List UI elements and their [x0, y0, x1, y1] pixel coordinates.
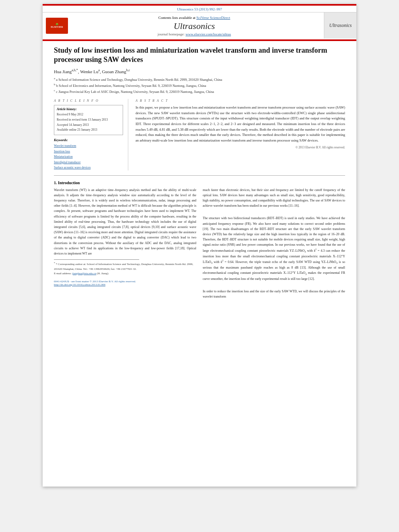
accepted-date: Accepted 14 January 2013: [57, 123, 120, 128]
revised-date: Received in revised form 13 January 2013: [57, 117, 120, 123]
affiliation-b: b b School of Electronics and Informatio…: [54, 82, 345, 88]
elsevier-logo-area: 🌳 ELSEVIER: [43, 12, 65, 39]
body-two-col: Wavelet transform (WT) is an adaptive ti…: [54, 187, 345, 300]
page: Ultrasonics 53 (2013) 992–997 🌳 ELSEVIER…: [43, 4, 356, 487]
journal-header: Ultrasonics 53 (2013) 992–997 🌳 ELSEVIER…: [43, 6, 356, 41]
keyword-5[interactable]: Surface acoustic wave devices: [54, 165, 123, 170]
abstract-heading: A B S T R A C T: [136, 99, 345, 103]
copyright-line: © 2013 Elsevier B.V. All rights reserved…: [136, 146, 345, 149]
footnote-star: * * Corresponding author at: School of I…: [54, 261, 196, 271]
intro-right-text-2: The structure with two bidirectional tra…: [203, 216, 345, 281]
doi-link[interactable]: http://dx.doi.org/10.1016/j.ultras.2013.…: [54, 283, 105, 286]
logo-text: Ultrasonics: [329, 23, 352, 29]
section-1-title: 1. Introduction: [54, 181, 345, 185]
abstract-column: A B S T R A C T In this paper, we propos…: [136, 99, 345, 170]
keywords-block: Keywords: Wavelet transform Insertion lo…: [54, 138, 123, 170]
footnote-email: E-mail address: jianghua@ntu.edu.cn (H. …: [54, 271, 196, 276]
journal-top-bar: Ultrasonics 53 (2013) 992–997: [43, 6, 356, 12]
abstract-text: In this paper, we propose a low insertio…: [136, 105, 345, 143]
journal-main-header: Contents lists available at SciVerse Sci…: [65, 12, 324, 39]
authors-line: Hua Jianga,b,*, Wenke Lua, Guoan Zhangb,…: [54, 69, 345, 74]
body-right-col: much faster than electronic devices, but…: [203, 187, 345, 300]
affiliation-c: c c Jiangsu Provincial Key Lab of ASIC D…: [54, 88, 345, 94]
header-divider: [43, 39, 356, 40]
body-left-col: Wavelet transform (WT) is an adaptive ti…: [54, 187, 196, 300]
intro-left-text: Wavelet transform (WT) is an adaptive ti…: [54, 187, 196, 256]
history-block: Article history: Received 9 May 2012 Rec…: [54, 105, 123, 135]
contents-line: Contents lists available at SciVerse Sci…: [73, 16, 316, 20]
keyword-1[interactable]: Wavelet transform: [54, 143, 123, 149]
article-info-heading: A R T I C L E I N F O: [54, 99, 123, 103]
elsevier-label: ELSEVIER: [51, 26, 63, 28]
sciverse-link[interactable]: SciVerse ScienceDirect: [196, 16, 230, 20]
keywords-label: Keywords:: [54, 138, 123, 142]
issn-text-1: 0041-624X/$ - see front matter © 2013 El…: [54, 280, 196, 283]
journal-logo-right: Ultrasonics: [324, 12, 356, 39]
article-info-column: A R T I C L E I N F O Article history: R…: [54, 99, 128, 170]
intro-right-text-3: In order to reduce the insertion loss an…: [203, 289, 345, 299]
affiliations: a a School of Information Science and Te…: [54, 76, 345, 94]
info-abstract-section: A R T I C L E I N F O Article history: R…: [54, 99, 345, 170]
intro-right-text-1: much faster than electronic devices, but…: [203, 187, 345, 209]
footnote-divider: [54, 259, 139, 260]
authors-full: Hua Jianga,b,*, Wenke Lua, Guoan Zhangb,…: [54, 69, 130, 74]
issn-line: 0041-624X/$ - see front matter © 2013 El…: [54, 280, 196, 286]
keyword-2[interactable]: Insertion loss: [54, 149, 123, 154]
section-divider: [54, 175, 345, 176]
journal-content-area: 🌳 ELSEVIER Contents lists available at S…: [43, 12, 356, 39]
affiliation-a: a a School of Information Science and Te…: [54, 76, 345, 82]
article-title: Study of low insertion loss and miniatur…: [54, 46, 345, 65]
history-label: Article history:: [57, 107, 120, 111]
available-date: Available online 23 January 2013: [57, 127, 120, 133]
section-1: 1. Introduction Wavelet transform (WT) i…: [54, 181, 345, 300]
keyword-4[interactable]: Interdigital transducer: [54, 160, 123, 165]
journal-homepage: journal homepage: www.elsevier.com/locat…: [73, 32, 316, 36]
journal-citation: Ultrasonics 53 (2013) 992–997: [177, 7, 222, 11]
article-body: Study of low insertion loss and miniatur…: [43, 41, 356, 304]
journal-url[interactable]: www.elsevier.com/locate/ultras: [185, 32, 231, 36]
journal-title: Ultrasonics: [73, 21, 316, 31]
email-link[interactable]: jianghua@ntu.edu.cn: [72, 272, 97, 275]
keyword-3[interactable]: Miniaturization: [54, 154, 123, 160]
received-date: Received 9 May 2012: [57, 112, 120, 117]
